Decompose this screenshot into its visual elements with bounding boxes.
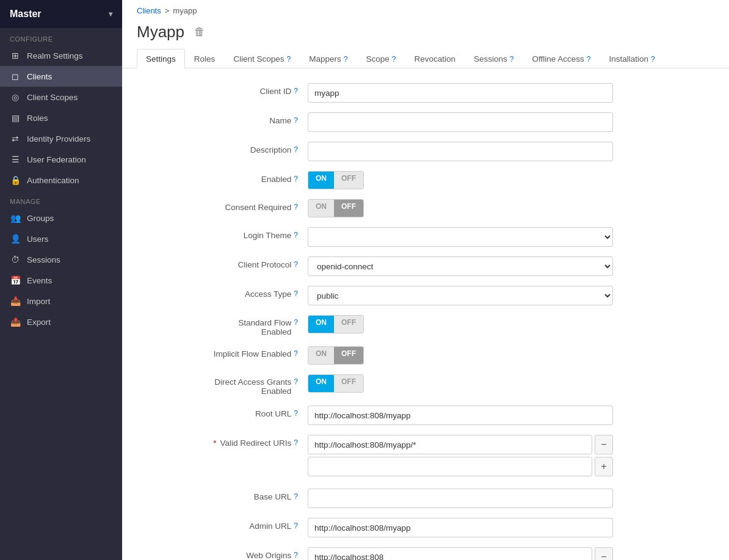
base-url-label: Base URL ? xyxy=(137,489,308,501)
root-url-input[interactable] xyxy=(308,405,613,425)
tab-sessions[interactable]: Sessions ? xyxy=(465,49,523,68)
tab-settings[interactable]: Settings xyxy=(137,49,185,68)
web-origins-help-icon[interactable]: ? xyxy=(294,551,298,559)
web-origins-input-1[interactable] xyxy=(308,547,592,560)
toggle-off-label: OFF xyxy=(334,200,363,217)
users-icon: 👤 xyxy=(10,234,21,244)
name-row: Name ? xyxy=(137,112,714,132)
realm-selector[interactable]: Master ▾ xyxy=(0,0,122,28)
valid-redirect-uris-help-icon[interactable]: ? xyxy=(294,438,298,447)
access-type-help-icon[interactable]: ? xyxy=(294,289,298,298)
toggle-on-label: ON xyxy=(308,316,334,333)
standard-flow-help-icon[interactable]: ? xyxy=(294,318,298,327)
sidebar-item-label: Events xyxy=(27,276,52,285)
sidebar-item-import[interactable]: 📥 Import xyxy=(0,291,122,311)
direct-access-label: Direct Access GrantsEnabled ? xyxy=(137,374,308,396)
standard-flow-row: Standard FlowEnabled ? ON OFF xyxy=(137,315,714,336)
clients-icon: ◻ xyxy=(10,71,21,81)
client-protocol-help-icon[interactable]: ? xyxy=(294,260,298,269)
breadcrumb-parent-link[interactable]: Clients xyxy=(137,6,161,15)
mappers-help-icon: ? xyxy=(344,55,348,64)
access-type-control: public confidential bearer-only xyxy=(308,286,613,305)
name-help-icon[interactable]: ? xyxy=(294,116,298,125)
description-help-icon[interactable]: ? xyxy=(294,145,298,154)
sidebar-item-identity-providers[interactable]: ⇄ Identity Providers xyxy=(0,128,122,149)
client-id-input[interactable] xyxy=(308,83,613,103)
sidebar-item-sessions[interactable]: ⏱ Sessions xyxy=(0,249,122,270)
enabled-help-icon[interactable]: ? xyxy=(294,175,298,183)
toggle-on-label: ON xyxy=(308,172,334,189)
sidebar-item-realm-settings[interactable]: ⊞ Realm Settings xyxy=(0,45,122,66)
sidebar-item-roles[interactable]: ▤ Roles xyxy=(0,107,122,128)
tab-client-scopes[interactable]: Client Scopes ? xyxy=(224,49,300,68)
add-redirect-uri-button[interactable]: + xyxy=(595,457,613,476)
login-theme-row: Login Theme ? xyxy=(137,227,714,247)
implicit-flow-toggle[interactable]: ON OFF xyxy=(308,346,364,365)
admin-url-input[interactable] xyxy=(308,518,613,537)
enabled-toggle[interactable]: ON OFF xyxy=(308,171,364,189)
implicit-flow-row: Implicit Flow Enabled ? ON OFF xyxy=(137,346,714,365)
client-id-help-icon[interactable]: ? xyxy=(294,87,298,95)
tab-mappers[interactable]: Mappers ? xyxy=(300,49,357,68)
user-federation-icon: ☰ xyxy=(10,155,21,164)
web-origins-control: − + xyxy=(308,547,613,560)
valid-redirect-uri-input-2[interactable] xyxy=(308,457,592,476)
valid-redirect-uri-input-1[interactable] xyxy=(308,435,592,454)
manage-section-label: Manage xyxy=(0,191,122,208)
tabs: Settings Roles Client Scopes ? Mappers ?… xyxy=(122,42,729,68)
direct-access-help-icon[interactable]: ? xyxy=(294,377,298,386)
delete-button[interactable]: 🗑 xyxy=(192,24,208,40)
implicit-flow-help-icon[interactable]: ? xyxy=(294,349,298,358)
tab-offline-access-label: Offline Access xyxy=(532,54,584,64)
direct-access-toggle[interactable]: ON OFF xyxy=(308,374,364,393)
login-theme-select[interactable] xyxy=(308,227,613,247)
web-origins-row-1: − xyxy=(308,547,613,560)
client-protocol-row: Client Protocol ? openid-connect saml xyxy=(137,256,714,276)
root-url-help-icon[interactable]: ? xyxy=(294,409,298,418)
base-url-input[interactable] xyxy=(308,489,613,508)
sidebar-item-user-federation[interactable]: ☰ User Federation xyxy=(0,149,122,170)
tab-offline-access[interactable]: Offline Access ? xyxy=(523,49,600,68)
implicit-flow-control: ON OFF xyxy=(308,346,613,365)
login-theme-help-icon[interactable]: ? xyxy=(294,231,298,239)
realm-settings-icon: ⊞ xyxy=(10,51,21,60)
web-origins-row: Web Origins ? − + xyxy=(137,547,714,560)
tab-scope[interactable]: Scope ? xyxy=(357,49,405,68)
tab-revocation[interactable]: Revocation xyxy=(405,49,465,68)
tab-installation[interactable]: Installation ? xyxy=(600,49,664,68)
consent-required-toggle[interactable]: ON OFF xyxy=(308,199,364,217)
admin-url-control xyxy=(308,518,613,537)
tab-roles[interactable]: Roles xyxy=(185,49,225,68)
name-input[interactable] xyxy=(308,112,613,132)
sidebar-item-export[interactable]: 📤 Export xyxy=(0,311,122,332)
sessions-icon: ⏱ xyxy=(10,255,21,264)
valid-redirect-uris-control: − + xyxy=(308,435,613,479)
remove-web-origin-button-1[interactable]: − xyxy=(595,547,613,560)
sidebar-item-authentication[interactable]: 🔒 Authentication xyxy=(0,170,122,191)
remove-redirect-uri-button-1[interactable]: − xyxy=(595,435,613,454)
root-url-row: Root URL ? xyxy=(137,405,714,425)
sidebar-item-groups[interactable]: 👥 Groups xyxy=(0,208,122,228)
admin-url-help-icon[interactable]: ? xyxy=(294,522,298,530)
realm-name: Master xyxy=(10,9,42,20)
consent-help-icon[interactable]: ? xyxy=(294,203,298,211)
access-type-select[interactable]: public confidential bearer-only xyxy=(308,286,613,305)
description-input[interactable] xyxy=(308,142,613,161)
sidebar-item-label: User Federation xyxy=(27,155,86,164)
direct-access-control: ON OFF xyxy=(308,374,613,393)
toggle-off-label: OFF xyxy=(334,347,363,364)
sidebar-item-users[interactable]: 👤 Users xyxy=(0,228,122,249)
sidebar-item-clients[interactable]: ◻ Clients xyxy=(0,66,122,87)
configure-section-label: Configure xyxy=(0,28,122,45)
sidebar-item-client-scopes[interactable]: ◎ Client Scopes xyxy=(0,87,122,107)
export-icon: 📤 xyxy=(10,317,21,327)
client-protocol-select[interactable]: openid-connect saml xyxy=(308,256,613,276)
toggle-on-label: ON xyxy=(308,375,334,392)
valid-redirect-uris-row: * Valid Redirect URIs ? − + xyxy=(137,435,714,479)
offline-access-help-icon: ? xyxy=(587,55,591,64)
valid-redirect-uri-row-1: − xyxy=(308,435,613,454)
base-url-help-icon[interactable]: ? xyxy=(294,492,298,501)
name-control xyxy=(308,112,613,132)
sidebar-item-events[interactable]: 📅 Events xyxy=(0,270,122,291)
standard-flow-toggle[interactable]: ON OFF xyxy=(308,315,364,333)
